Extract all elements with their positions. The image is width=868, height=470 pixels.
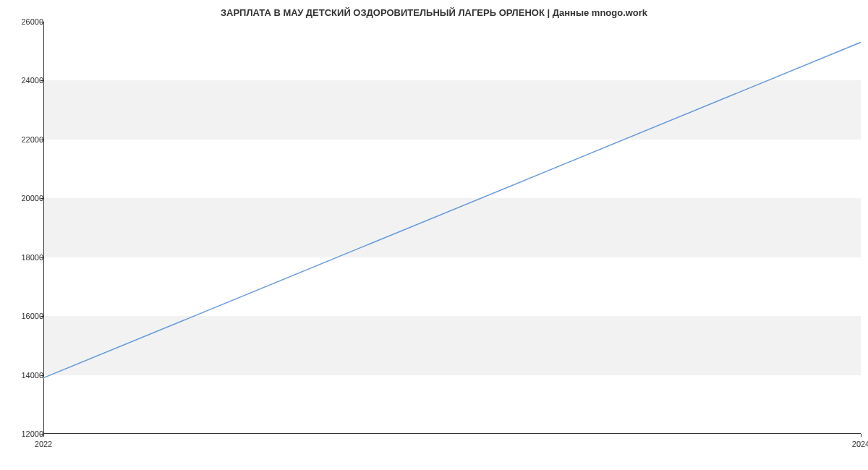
chart-container: ЗАРПЛАТА В МАУ ДЕТСКИЙ ОЗДОРОВИТЕЛЬНЫЙ Л…: [0, 0, 868, 470]
y-tick-label: 24000: [7, 76, 43, 85]
plot-area: [43, 22, 861, 434]
x-tick-mark: [861, 434, 861, 437]
y-tick-label: 22000: [7, 135, 43, 144]
chart-line-svg: [43, 22, 861, 434]
y-tick-label: 14000: [7, 371, 43, 380]
y-tick-label: 16000: [7, 312, 43, 320]
x-tick-label: 2024: [852, 440, 868, 448]
y-tick-label: 26000: [7, 17, 43, 26]
x-tick-label: 2022: [35, 440, 52, 448]
chart-title: ЗАРПЛАТА В МАУ ДЕТСКИЙ ОЗДОРОВИТЕЛЬНЫЙ Л…: [0, 7, 868, 18]
data-line: [43, 43, 861, 378]
y-tick-label: 12000: [7, 430, 43, 438]
y-tick-label: 18000: [7, 253, 43, 262]
y-tick-label: 20000: [7, 194, 43, 202]
x-tick-mark: [43, 434, 44, 437]
